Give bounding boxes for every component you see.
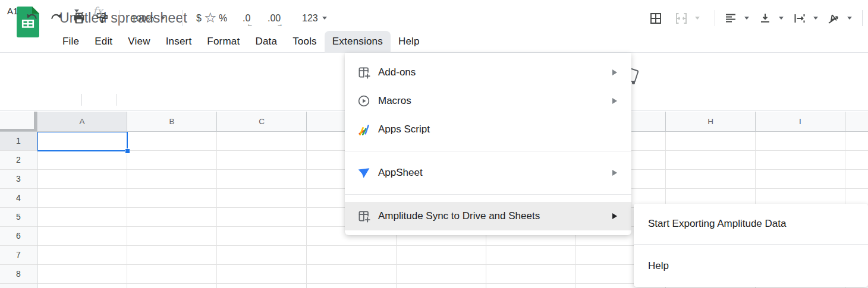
select-all-corner[interactable]	[0, 112, 37, 132]
formula-bar-separator	[81, 94, 82, 106]
row-header-2[interactable]: 2	[0, 151, 37, 170]
redo-button[interactable]	[49, 0, 63, 36]
formula-input[interactable]	[124, 2, 863, 20]
row-header-7[interactable]: 7	[0, 246, 37, 265]
submenu-item-start-exporting-amplitude-data[interactable]: Start Exporting Amplitude Data	[634, 204, 868, 244]
chevron-down-icon[interactable]	[74, 10, 79, 12]
row-header-5[interactable]: 5	[0, 208, 37, 227]
submenu-arrow-icon	[612, 69, 617, 75]
submenu-arrow-icon	[612, 170, 617, 176]
arrow-left-icon: ←	[247, 21, 253, 27]
selected-cell-outline	[37, 131, 128, 151]
name-box[interactable]: A1	[7, 0, 18, 21]
menubar-item-help[interactable]: Help	[391, 31, 427, 53]
appsheet-icon	[357, 166, 371, 180]
column-header-h[interactable]: H	[666, 112, 756, 132]
menu-item-label: Add-ons	[378, 67, 605, 78]
google-sheets-app: Untitled spreadsheet ☆ FileEditViewInser…	[0, 0, 868, 288]
row-header-6[interactable]: 6	[0, 227, 37, 246]
menu-item-amplitude-sync-to-drive-and-sheets[interactable]: Amplitude Sync to Drive and Sheets	[345, 202, 631, 230]
submenu-arrow-icon	[612, 213, 617, 219]
column-header-c[interactable]: C	[217, 112, 307, 132]
menu-divider	[345, 151, 631, 151]
arrow-right-icon: →	[276, 21, 283, 27]
column-header-a[interactable]: A	[37, 112, 127, 132]
fill-handle[interactable]	[125, 148, 130, 154]
fill-color-icon-partial	[632, 81, 635, 84]
toolbar-separator	[119, 10, 120, 26]
undo-button[interactable]	[25, 0, 39, 36]
row-header-3[interactable]: 3	[0, 170, 37, 189]
column-header-i[interactable]: I	[756, 112, 845, 132]
addon-grid-plus-icon	[357, 65, 371, 80]
menubar: FileEditViewInsertFormatDataToolsExtensi…	[55, 31, 427, 53]
menu-item-label: AppSheet	[378, 167, 605, 179]
fx-icon: fx	[93, 0, 103, 21]
menu-item-add-ons[interactable]: Add-ons	[345, 58, 631, 87]
menu-item-appsheet[interactable]: AppSheet	[345, 159, 631, 187]
menu-item-macros[interactable]: Macros	[345, 87, 631, 115]
menu-item-label: Apps Script	[378, 124, 617, 135]
macros-play-icon	[357, 94, 371, 108]
row-header-8[interactable]: 8	[0, 265, 37, 284]
apps-script-icon	[357, 122, 371, 137]
row-header-9[interactable]: 9	[0, 284, 37, 288]
menubar-item-extensions[interactable]: Extensions	[325, 31, 391, 53]
print-button[interactable]	[72, 0, 86, 36]
menu-item-label: Amplitude Sync to Drive and Sheets	[378, 210, 605, 222]
menu-item-label: Macros	[378, 95, 605, 107]
menu-divider	[345, 194, 631, 195]
addon-grid-plus-icon	[357, 209, 371, 223]
formula-bar-separator	[117, 94, 117, 106]
submenu-item-help[interactable]: Help	[634, 245, 868, 287]
column-header-j[interactable]: J	[845, 112, 868, 132]
row-header-1[interactable]: 1	[0, 132, 37, 151]
submenu-arrow-icon	[612, 98, 617, 104]
extensions-menu: Add-onsMacrosApps ScriptAppSheetAmplitud…	[345, 53, 631, 235]
amplitude-submenu: Start Exporting Amplitude DataHelp	[634, 204, 868, 287]
column-header-b[interactable]: B	[127, 112, 217, 132]
row-header-4[interactable]: 4	[0, 189, 37, 208]
menu-item-apps-script[interactable]: Apps Script	[345, 115, 631, 144]
